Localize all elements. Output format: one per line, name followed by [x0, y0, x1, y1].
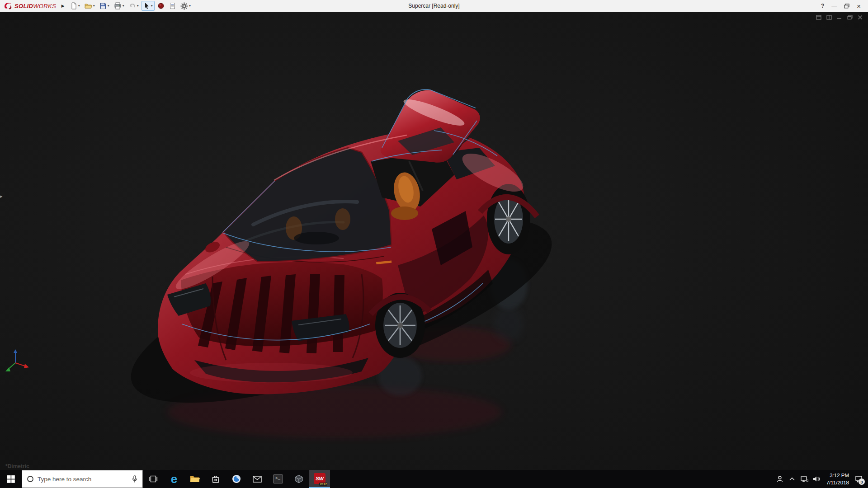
solidworks-app-button[interactable]: SW 2017 — [309, 470, 330, 488]
rebuild-icon — [157, 2, 165, 9]
taskbar-search[interactable] — [22, 470, 143, 488]
cube-app-button[interactable] — [288, 470, 309, 488]
select-tool-button[interactable]: ▾ — [142, 1, 155, 11]
people-button[interactable] — [774, 470, 786, 488]
minimize-button[interactable]: — — [831, 3, 837, 9]
titlebar: SOLIDWORKS ▶ ▾ ▾ ▾ — [0, 0, 868, 12]
taskbar: e — [0, 470, 868, 488]
dropdown-caret-icon[interactable]: ▾ — [151, 4, 153, 8]
maximize-restore-button[interactable] — [844, 4, 849, 9]
circle-browser-button[interactable] — [226, 470, 247, 488]
file-explorer-button[interactable] — [184, 470, 205, 488]
command-prompt-button[interactable]: >_ — [268, 470, 288, 488]
doc-close-icon[interactable] — [858, 15, 863, 20]
windows-logo-icon — [7, 475, 15, 483]
undo-button[interactable]: ▾ — [127, 1, 141, 11]
network-icon — [801, 476, 808, 483]
print-icon — [114, 2, 122, 9]
store-button[interactable] — [205, 470, 226, 488]
file-properties-icon — [169, 2, 176, 9]
dropdown-caret-icon[interactable]: ▾ — [137, 4, 139, 8]
start-button[interactable] — [0, 470, 22, 488]
dropdown-caret-icon[interactable]: ▾ — [123, 4, 124, 8]
clock-time: 3:12 PM — [826, 472, 849, 479]
dropdown-caret-icon[interactable]: ▾ — [78, 4, 80, 8]
options-button[interactable]: ▾ — [179, 1, 193, 11]
print-button[interactable]: ▾ — [112, 1, 126, 11]
close-button[interactable]: × — [857, 3, 861, 9]
open-folder-icon — [85, 2, 92, 9]
solidworks-logo: SOLIDWORKS — [4, 2, 56, 10]
people-icon — [776, 475, 783, 483]
file-explorer-icon — [190, 475, 200, 483]
file-properties-button[interactable] — [167, 1, 178, 11]
mail-button[interactable] — [247, 470, 268, 488]
menu-flyout-arrow-icon[interactable]: ▶ — [59, 4, 67, 8]
help-button[interactable]: ? — [821, 3, 824, 9]
doc-minimize-icon[interactable] — [837, 15, 842, 20]
action-center-button[interactable]: 3 — [853, 470, 865, 488]
panel-expand-arrow-icon[interactable]: ▸ — [0, 194, 3, 199]
clock-date: 7/11/2018 — [826, 479, 849, 486]
view-orientation-label: *Dimetric — [5, 463, 29, 469]
task-view-icon — [149, 475, 158, 483]
undo-icon — [129, 2, 136, 9]
doc-restore-icon[interactable] — [847, 15, 853, 20]
microphone-icon[interactable] — [132, 475, 138, 483]
dropdown-caret-icon[interactable]: ▾ — [108, 4, 109, 8]
save-floppy-icon — [99, 2, 107, 9]
dassault-logo-icon — [4, 2, 13, 10]
mail-envelope-icon — [253, 476, 262, 483]
cube-app-icon — [294, 474, 303, 483]
dropdown-caret-icon[interactable]: ▾ — [189, 4, 191, 8]
edge-icon: e — [171, 473, 177, 485]
document-window-controls — [816, 15, 863, 20]
new-document-button[interactable]: ▾ — [68, 1, 82, 11]
circle-browser-icon — [232, 474, 241, 483]
select-cursor-icon — [143, 2, 150, 9]
cortana-icon — [27, 475, 34, 483]
store-bag-icon — [212, 475, 220, 483]
speaker-icon — [813, 476, 820, 482]
rebuild-button[interactable] — [156, 1, 166, 11]
edge-browser-button[interactable]: e — [164, 470, 184, 488]
volume-button[interactable] — [811, 470, 823, 488]
doc-switch-icon-1[interactable] — [816, 15, 821, 20]
notification-badge: 3 — [859, 479, 865, 485]
brand-wordmark: SOLIDWORKS — [14, 3, 56, 9]
save-button[interactable]: ▾ — [98, 1, 111, 11]
taskbar-clock[interactable]: 3:12 PM 7/11/2018 — [823, 472, 853, 486]
search-input[interactable] — [38, 476, 128, 483]
options-gear-icon — [180, 2, 188, 10]
network-button[interactable] — [798, 470, 811, 488]
dropdown-caret-icon[interactable]: ▾ — [93, 4, 95, 8]
model-viewport[interactable]: ▸ *Dimetric — [0, 12, 868, 470]
document-title: Supercar [Read-only] — [408, 3, 459, 9]
new-document-icon — [70, 2, 77, 9]
model-viewport-canvas[interactable] — [0, 12, 868, 470]
open-button[interactable]: ▾ — [83, 1, 97, 11]
hidden-icons-button[interactable] — [786, 470, 798, 488]
restore-icon — [844, 4, 849, 9]
solidworks-window: SOLIDWORKS ▶ ▾ ▾ ▾ — [0, 0, 868, 488]
system-tray: 3:12 PM 7/11/2018 3 — [774, 470, 868, 488]
doc-switch-icon-2[interactable] — [826, 15, 832, 20]
task-view-button[interactable] — [143, 470, 164, 488]
chevron-up-icon — [789, 477, 795, 481]
command-prompt-icon: >_ — [273, 474, 283, 483]
solidworks-app-icon: SW 2017 — [314, 473, 326, 484]
